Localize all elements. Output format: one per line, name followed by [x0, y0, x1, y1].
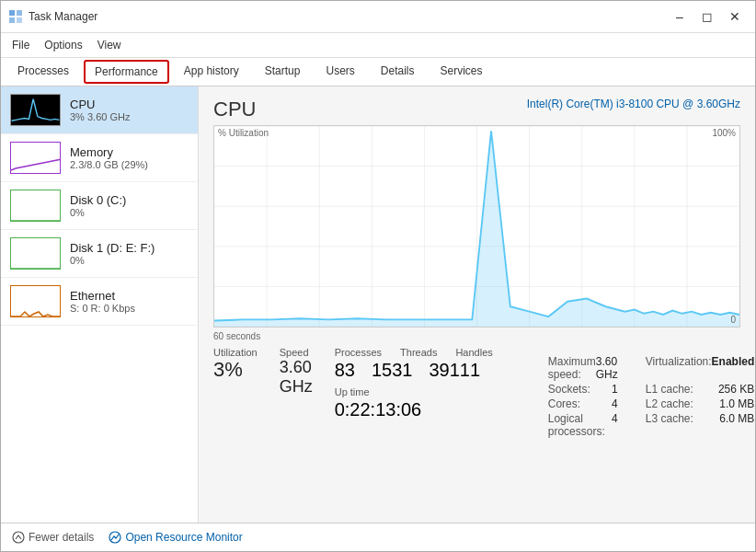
sidebar: CPU 3% 3.60 GHz Memory 2.3/8.0 GB (29%)	[1, 86, 199, 523]
sockets-row: Sockets: 1	[548, 382, 618, 397]
svg-rect-1	[17, 10, 22, 16]
cpu-chart: % Utilization 100% 0	[213, 125, 740, 328]
tab-details[interactable]: Details	[368, 59, 428, 85]
uptime-value: 0:22:13:06	[335, 399, 493, 420]
uptime-label: Up time	[335, 386, 493, 397]
utilization-block: Utilization 3%	[213, 347, 258, 439]
cpu-sidebar-info: CPU 3% 3.60 GHz	[70, 98, 130, 122]
handles-value: 39111	[429, 360, 480, 381]
disk1-sidebar-sub: 0%	[70, 255, 155, 266]
l1-row: L1 cache: 256 KB	[646, 382, 755, 397]
memory-sidebar-info: Memory 2.3/8.0 GB (29%)	[70, 145, 148, 170]
chevron-up-icon	[12, 531, 25, 544]
disk1-thumbnail	[10, 237, 61, 270]
chart-y-label: % Utilization	[218, 128, 269, 138]
tab-users[interactable]: Users	[313, 59, 367, 85]
speed-block: Speed 3.60 GHz	[280, 347, 313, 439]
processes-label: Processes	[335, 347, 382, 358]
maximize-button[interactable]: ◻	[694, 6, 720, 27]
l1-label: L1 cache:	[646, 383, 693, 396]
memory-sidebar-sub: 2.3/8.0 GB (29%)	[70, 159, 148, 170]
resource-monitor-icon	[109, 531, 121, 544]
utilization-value: 3%	[213, 358, 258, 382]
open-resource-monitor-label: Open Resource Monitor	[125, 531, 242, 544]
virt-row: Virtualization: Enabled	[646, 354, 755, 382]
tab-performance[interactable]: Performance	[84, 60, 169, 84]
sidebar-item-cpu[interactable]: CPU 3% 3.60 GHz	[1, 86, 198, 134]
sidebar-item-disk0[interactable]: Disk 0 (C:) 0%	[1, 182, 198, 230]
disk0-thumbnail	[10, 190, 61, 222]
cores-label: Cores:	[548, 397, 580, 410]
l1-value: 256 KB	[718, 383, 754, 396]
pth-values: 83 1531 39111	[335, 360, 493, 381]
main-panel: CPU Intel(R) Core(TM) i3-8100 CPU @ 3.60…	[199, 86, 755, 523]
sidebar-item-ethernet[interactable]: Ethernet S: 0 R: 0 Kbps	[1, 278, 198, 326]
fewer-details-button[interactable]: Fewer details	[12, 531, 94, 544]
cpu-sidebar-name: CPU	[70, 98, 130, 111]
app-icon	[8, 9, 23, 24]
title-bar: Task Manager – ◻ ✕	[1, 1, 755, 33]
close-button[interactable]: ✕	[722, 6, 748, 27]
cpu-title: CPU	[213, 98, 256, 121]
handles-label: Handles	[455, 347, 492, 358]
processes-value: 83	[335, 360, 355, 381]
max-speed-label: Maximum speed:	[548, 355, 596, 381]
l3-value: 6.0 MB	[719, 412, 754, 438]
tab-startup[interactable]: Startup	[252, 59, 314, 85]
window-controls: – ◻ ✕	[667, 6, 748, 27]
chart-y-max: 100%	[712, 128, 736, 138]
task-manager-window: Task Manager – ◻ ✕ File Options View Pro…	[0, 0, 756, 552]
tab-services[interactable]: Services	[428, 59, 496, 85]
window-title: Task Manager	[29, 10, 97, 23]
svg-rect-3	[17, 17, 22, 23]
svg-rect-2	[9, 17, 15, 23]
logical-row: Logical processors: 4	[548, 411, 618, 439]
max-speed-row: Maximum speed: 3.60 GHz	[548, 354, 618, 382]
cpu-header: CPU Intel(R) Core(TM) i3-8100 CPU @ 3.60…	[213, 98, 740, 121]
cores-value: 4	[612, 397, 618, 410]
menu-options[interactable]: Options	[37, 35, 89, 55]
menu-view[interactable]: View	[90, 35, 129, 55]
tab-app-history[interactable]: App history	[171, 59, 252, 85]
cpu-model: Intel(R) Core(TM) i3-8100 CPU @ 3.60GHz	[527, 98, 740, 110]
threads-value: 1531	[372, 360, 413, 381]
tab-processes[interactable]: Processes	[5, 59, 82, 85]
fewer-details-label: Fewer details	[29, 531, 94, 544]
cpu-specs: Maximum speed: 3.60 GHz Virtualization: …	[548, 354, 755, 439]
l2-value: 1.0 MB	[719, 397, 754, 410]
process-thread-handle-block: Processes Threads Handles 83 1531 39111 …	[335, 347, 493, 439]
max-speed-value: 3.60 GHz	[596, 355, 618, 381]
l3-label: L3 cache:	[646, 412, 693, 438]
speed-label: Speed	[280, 347, 313, 358]
l2-row: L2 cache: 1.0 MB	[646, 397, 755, 411]
speed-value: 3.60 GHz	[280, 358, 313, 397]
svg-point-20	[13, 532, 24, 543]
cpu-thumbnail	[10, 94, 61, 126]
pth-labels: Processes Threads Handles	[335, 347, 493, 358]
ethernet-sidebar-info: Ethernet S: 0 R: 0 Kbps	[70, 289, 135, 314]
cpu-info-grid: Maximum speed: 3.60 GHz Virtualization: …	[548, 347, 755, 439]
svg-rect-0	[9, 10, 15, 16]
ethernet-sidebar-name: Ethernet	[70, 289, 135, 303]
tab-bar: Processes Performance App history Startu…	[1, 58, 755, 86]
cpu-sidebar-sub: 3% 3.60 GHz	[70, 111, 130, 122]
footer: Fewer details Open Resource Monitor	[1, 523, 755, 551]
sidebar-item-disk1[interactable]: Disk 1 (D: E: F:) 0%	[1, 230, 198, 278]
virt-value: Enabled	[712, 355, 755, 381]
l2-label: L2 cache:	[646, 397, 693, 410]
minimize-button[interactable]: –	[667, 6, 693, 27]
sidebar-item-memory[interactable]: Memory 2.3/8.0 GB (29%)	[1, 134, 198, 182]
memory-sidebar-name: Memory	[70, 145, 148, 159]
disk0-sidebar-info: Disk 0 (C:) 0%	[70, 193, 126, 218]
threads-label: Threads	[400, 347, 437, 358]
disk0-sidebar-name: Disk 0 (C:)	[70, 193, 126, 207]
open-resource-monitor-button[interactable]: Open Resource Monitor	[109, 531, 242, 544]
chart-y-min: 0	[730, 315, 736, 325]
utilization-label: Utilization	[213, 347, 258, 358]
cpu-chart-svg	[214, 126, 739, 327]
l3-row: L3 cache: 6.0 MB	[646, 411, 755, 439]
menu-file[interactable]: File	[5, 35, 37, 55]
cores-row: Cores: 4	[548, 397, 618, 411]
chart-x-label: 60 seconds	[213, 331, 740, 341]
disk0-sidebar-sub: 0%	[70, 207, 126, 218]
